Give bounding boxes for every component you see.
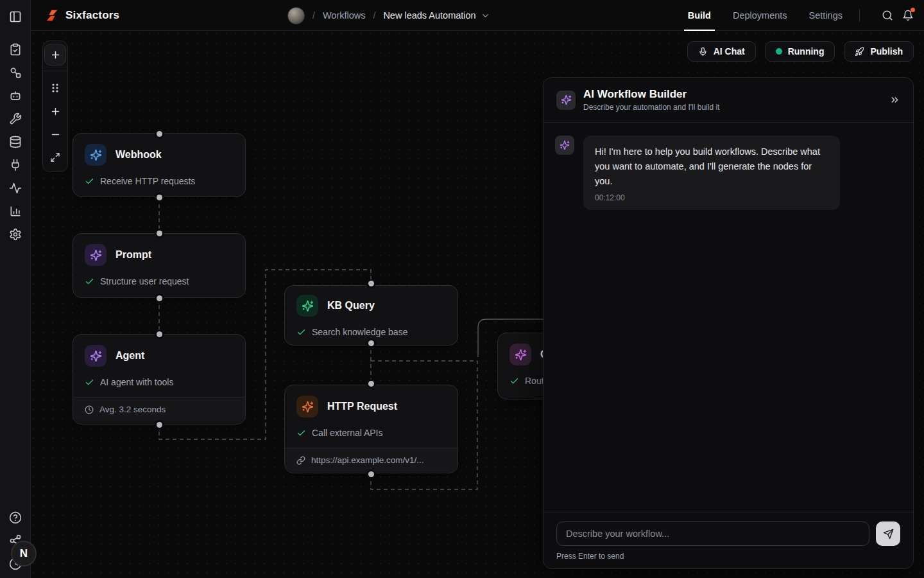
rocket-icon bbox=[855, 47, 864, 57]
check-icon bbox=[85, 177, 94, 186]
connection-handle[interactable] bbox=[368, 340, 374, 346]
node-webhook[interactable]: Webhook Receive HTTP requests bbox=[73, 133, 246, 197]
check-icon bbox=[85, 378, 94, 387]
clipboard-check-icon[interactable] bbox=[9, 43, 22, 56]
breadcrumb-separator: / bbox=[373, 10, 376, 21]
left-sidebar bbox=[0, 0, 31, 578]
mic-icon bbox=[698, 47, 708, 57]
check-icon bbox=[296, 328, 306, 337]
connection-handle[interactable] bbox=[368, 381, 374, 387]
toolbar-divider bbox=[42, 71, 68, 71]
running-status-badge[interactable]: Running bbox=[765, 41, 835, 62]
workflow-name: New leads Automation bbox=[383, 10, 475, 21]
node-title: KB Query bbox=[327, 300, 375, 311]
sparkles-icon bbox=[296, 295, 318, 317]
node-subtitle: Call external APIs bbox=[312, 428, 383, 438]
brand-name: Sixfactors bbox=[65, 9, 119, 22]
bot-icon[interactable] bbox=[9, 89, 22, 102]
workflow-canvas[interactable]: AI Chat Running Publish Webhook Receive … bbox=[31, 31, 924, 578]
help-circle-icon[interactable] bbox=[9, 511, 22, 524]
node-title: Webhook bbox=[116, 149, 162, 161]
assistant-message: Hi! I'm here to help you build workflows… bbox=[555, 136, 902, 210]
breadcrumb-workflows[interactable]: Workflows bbox=[323, 10, 366, 21]
publish-button[interactable]: Publish bbox=[844, 41, 914, 62]
check-icon bbox=[509, 376, 519, 386]
topbar-right: Build Deployments Settings bbox=[666, 9, 914, 22]
panel-title: AI Workflow Builder bbox=[583, 88, 719, 101]
panel-subtitle: Describe your automation and I'll build … bbox=[583, 103, 719, 112]
breadcrumb: / Workflows / New leads Automation bbox=[287, 0, 490, 31]
activity-icon[interactable] bbox=[9, 182, 22, 195]
user-avatar[interactable] bbox=[287, 7, 305, 24]
send-button[interactable] bbox=[876, 521, 900, 546]
canvas-actions: AI Chat Running Publish bbox=[687, 41, 914, 62]
zoom-in-button[interactable] bbox=[44, 100, 66, 123]
sidebar-toggle-icon[interactable] bbox=[9, 10, 22, 23]
node-url: https://api.example.com/v1/... bbox=[311, 455, 424, 465]
wrench-icon[interactable] bbox=[9, 112, 22, 125]
tab-deployments[interactable]: Deployments bbox=[733, 10, 787, 21]
connection-handle[interactable] bbox=[157, 422, 162, 428]
sparkles-icon bbox=[509, 344, 531, 365]
connection-handle[interactable] bbox=[157, 295, 162, 301]
composer-area: Press Enter to send bbox=[543, 512, 913, 568]
sparkles-icon bbox=[556, 91, 576, 110]
node-subtitle: Receive HTTP requests bbox=[100, 176, 195, 186]
bar-chart-icon[interactable] bbox=[9, 205, 22, 218]
zoom-out-button[interactable] bbox=[44, 123, 66, 146]
node-metric: Avg. 3.2 seconds bbox=[99, 405, 166, 414]
connection-handle[interactable] bbox=[368, 281, 374, 286]
publish-label: Publish bbox=[870, 46, 903, 57]
node-http-request[interactable]: HTTP Request Call external APIs https://… bbox=[284, 385, 458, 473]
running-dot bbox=[776, 48, 782, 55]
plug-icon[interactable] bbox=[9, 159, 22, 171]
clock-icon bbox=[85, 405, 94, 414]
node-title: Prompt bbox=[116, 249, 151, 261]
connection-handle[interactable] bbox=[368, 471, 374, 477]
running-label: Running bbox=[788, 46, 825, 57]
sidebar-nav bbox=[9, 43, 22, 241]
ai-chat-button[interactable]: AI Chat bbox=[687, 41, 756, 62]
add-node-button[interactable] bbox=[44, 44, 66, 66]
sixfactors-logo-icon bbox=[45, 8, 59, 22]
sparkles-icon bbox=[85, 244, 107, 266]
tab-settings[interactable]: Settings bbox=[809, 10, 843, 21]
workflow-icon[interactable] bbox=[9, 66, 22, 79]
node-prompt[interactable]: Prompt Structure user request bbox=[73, 233, 246, 298]
database-icon[interactable] bbox=[9, 136, 22, 148]
search-icon[interactable] bbox=[882, 10, 893, 21]
topbar-divider bbox=[859, 9, 860, 22]
sparkles-icon bbox=[296, 396, 318, 417]
collapse-panel-icon[interactable] bbox=[889, 94, 900, 105]
check-icon bbox=[296, 428, 306, 438]
panel-header: AI Workflow Builder Describe your automa… bbox=[543, 78, 913, 123]
notifications-bell-icon[interactable] bbox=[902, 10, 914, 21]
sparkles-icon bbox=[555, 136, 574, 155]
node-agent[interactable]: Agent AI agent with tools Avg. 3.2 secon… bbox=[73, 334, 246, 425]
sparkles-icon bbox=[85, 144, 107, 166]
settings-gear-icon[interactable] bbox=[9, 228, 22, 241]
message-text: Hi! I'm here to help you build workflows… bbox=[595, 144, 828, 189]
message-bubble: Hi! I'm here to help you build workflows… bbox=[583, 136, 840, 210]
check-icon bbox=[85, 277, 94, 286]
link-icon bbox=[296, 456, 305, 465]
node-subtitle: Structure user request bbox=[100, 276, 189, 286]
ai-workflow-builder-panel: AI Workflow Builder Describe your automa… bbox=[543, 77, 914, 569]
fit-view-button[interactable] bbox=[44, 146, 66, 169]
connection-handle[interactable] bbox=[157, 131, 162, 137]
tab-build[interactable]: Build bbox=[688, 10, 711, 21]
brand[interactable]: Sixfactors bbox=[45, 8, 119, 22]
workflow-prompt-input[interactable] bbox=[556, 521, 869, 546]
topbar: Sixfactors / Workflows / New leads Autom… bbox=[31, 0, 924, 31]
node-kb-query[interactable]: KB Query Search knowledge base bbox=[284, 285, 458, 346]
connection-handle[interactable] bbox=[157, 331, 162, 337]
chevron-down-icon bbox=[481, 11, 490, 21]
connection-handle[interactable] bbox=[157, 195, 162, 200]
canvas-toolbar bbox=[42, 40, 68, 172]
workflow-name-menu[interactable]: New leads Automation bbox=[383, 10, 490, 21]
sparkles-icon bbox=[85, 345, 107, 367]
connection-handle[interactable] bbox=[157, 231, 162, 236]
chat-messages[interactable]: Hi! I'm here to help you build workflows… bbox=[543, 123, 913, 512]
user-initial-avatar[interactable]: N bbox=[11, 541, 37, 566]
grip-handle-icon[interactable] bbox=[44, 76, 66, 100]
